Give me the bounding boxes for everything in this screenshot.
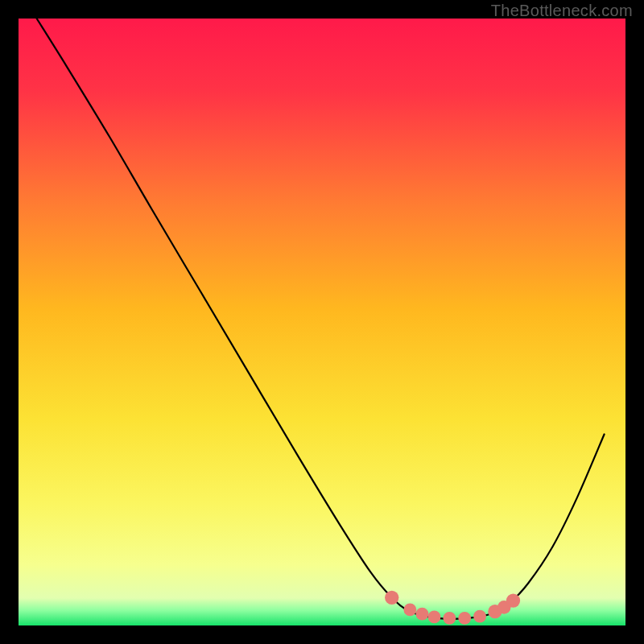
heat-background xyxy=(19,19,625,625)
marker-dot xyxy=(458,612,471,625)
marker-dot xyxy=(428,611,441,624)
marker-dot xyxy=(506,593,520,607)
chart-plot xyxy=(19,19,625,625)
watermark-text: TheBottleneck.com xyxy=(491,2,633,20)
marker-dot xyxy=(473,610,486,623)
chart-frame xyxy=(19,19,625,625)
marker-dot xyxy=(385,591,398,605)
marker-dot xyxy=(403,604,416,617)
marker-dot xyxy=(443,612,456,625)
marker-dot xyxy=(416,608,429,621)
